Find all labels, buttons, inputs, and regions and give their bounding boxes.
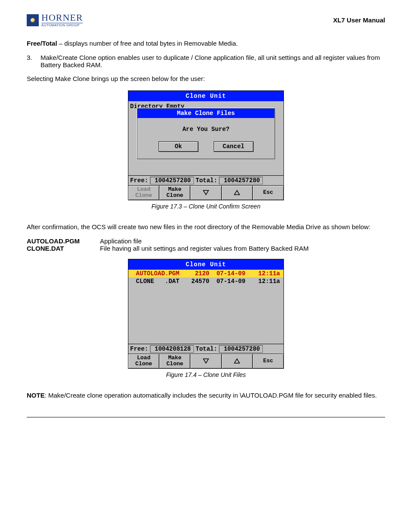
page-header: HORNER AUTOMATION GROUP XL7 User Manual	[27, 13, 385, 27]
autoload-pgm-name: AUTOLOAD.PGM	[27, 237, 83, 245]
ok-button[interactable]: Ok	[159, 141, 198, 152]
note-label: NOTE	[27, 392, 45, 399]
screen-titlebar: Clone Unit	[128, 259, 283, 270]
autoload-pgm-desc: Application file	[100, 237, 308, 245]
free-total-paragraph: Free/Total – displays number of free and…	[27, 39, 385, 48]
clone-dat-name: CLONE.DAT	[27, 245, 83, 252]
clone-dat-desc: File having all unit settings and regist…	[100, 245, 308, 252]
status-bar: Free: 1004208128 Total: 1004257280	[128, 344, 283, 354]
screen-titlebar: Clone Unit	[128, 91, 283, 101]
figure-17-4: Clone Unit AUTOLOAD.PGM 2120 07-14-09 12…	[27, 259, 385, 369]
free-total-label: Free/Total	[27, 40, 57, 47]
file-time: 12:11a	[250, 270, 282, 277]
free-label: Free:	[130, 177, 148, 184]
total-label: Total:	[196, 345, 217, 352]
file-desc-column: Application file File having all unit se…	[100, 237, 308, 252]
esc-button[interactable]: Esc	[253, 354, 283, 368]
down-arrow-button[interactable]	[190, 354, 221, 368]
logo-text: HORNER AUTOMATION GROUP	[41, 13, 83, 27]
file-descriptions: AUTOLOAD.PGM CLONE.DAT Application file …	[27, 237, 385, 252]
file-size: 24570	[185, 278, 212, 285]
clone-unit-confirm-screen: Clone Unit Directory Empty Make Clone Fi…	[128, 90, 284, 200]
svg-marker-0	[203, 190, 209, 195]
dialog-button-row: Ok Cancel	[142, 141, 270, 152]
select-make-clone-text: Selecting Make Clone brings up the scree…	[27, 75, 385, 83]
brand-tagline: AUTOMATION GROUP	[41, 23, 83, 27]
make-clone-button[interactable]: Make Clone	[159, 186, 190, 200]
free-value: 1004208128	[150, 345, 194, 353]
file-name: AUTOLOAD.PGM	[130, 270, 185, 277]
total-label: Total:	[196, 177, 217, 184]
figure-17-4-caption: Figure 17.4 – Clone Unit Files	[27, 371, 385, 378]
list-item-number: 3.	[27, 54, 33, 68]
load-clone-button[interactable]: Load Clone	[128, 354, 159, 368]
figure-17-3-caption: Figure 17.3 – Clone Unit Confirm Screen	[27, 203, 385, 210]
file-size: 2120	[185, 270, 212, 277]
after-confirmation-text: After confirmation, the OCS will create …	[27, 223, 385, 231]
svg-marker-1	[234, 190, 240, 195]
triangle-up-icon	[234, 190, 240, 196]
triangle-down-icon	[202, 358, 209, 364]
esc-button[interactable]: Esc	[253, 186, 283, 200]
file-name: CLONE .DAT	[130, 278, 185, 285]
free-label: Free:	[130, 345, 148, 352]
svg-marker-3	[234, 359, 240, 363]
load-clone-button[interactable]: Load Clone	[128, 186, 159, 200]
file-date: 07-14-09	[212, 270, 250, 277]
file-row[interactable]: AUTOLOAD.PGM 2120 07-14-09 12:11a	[128, 270, 283, 277]
file-time: 12:11a	[250, 278, 282, 285]
svg-marker-2	[203, 359, 209, 363]
triangle-down-icon	[202, 190, 209, 196]
document-title: XL7 User Manual	[333, 16, 385, 24]
down-arrow-button[interactable]	[190, 186, 221, 200]
make-clone-button[interactable]: Make Clone	[159, 354, 190, 368]
dialog-title: Make Clone Files	[137, 109, 274, 118]
status-bar: Free: 1004257280 Total: 1004257280	[128, 175, 283, 185]
make-clone-dialog: Make Clone Files Are You Sure? Ok Cancel	[137, 108, 275, 159]
up-arrow-button[interactable]	[222, 354, 253, 368]
note-paragraph: NOTE: Make/Create clone operation automa…	[27, 391, 385, 400]
dialog-prompt: Are You Sure?	[142, 126, 270, 133]
file-names-column: AUTOLOAD.PGM CLONE.DAT	[27, 237, 83, 252]
page: HORNER AUTOMATION GROUP XL7 User Manual …	[0, 0, 411, 438]
free-value: 1004257280	[150, 177, 194, 184]
file-row[interactable]: CLONE .DAT 24570 07-14-09 12:11a	[128, 277, 283, 285]
free-total-desc: – displays number of free and total byte…	[57, 40, 238, 47]
page-footer-rule	[27, 417, 385, 417]
total-value: 1004257280	[219, 177, 263, 184]
dialog-body: Are You Sure? Ok Cancel	[137, 118, 274, 159]
file-list: AUTOLOAD.PGM 2120 07-14-09 12:11a CLONE …	[128, 270, 283, 344]
cancel-button[interactable]: Cancel	[214, 141, 253, 152]
brand-logo: HORNER AUTOMATION GROUP	[27, 13, 83, 27]
footer-button-bar: Load Clone Make Clone Esc	[128, 185, 283, 200]
footer-button-bar: Load Clone Make Clone Esc	[128, 354, 283, 368]
logo-icon	[27, 14, 39, 26]
note-text: : Make/Create clone operation automatica…	[45, 392, 377, 399]
list-item-text: Make/Create Clone option enables user to…	[40, 54, 385, 68]
file-date: 07-14-09	[212, 278, 250, 285]
list-item-3: 3. Make/Create Clone option enables user…	[27, 54, 385, 68]
brand-name: HORNER	[41, 13, 83, 22]
up-arrow-button[interactable]	[222, 186, 253, 200]
screen-body: Directory Empty Make Clone Files Are You…	[128, 101, 283, 175]
clone-unit-files-screen: Clone Unit AUTOLOAD.PGM 2120 07-14-09 12…	[128, 259, 284, 369]
triangle-up-icon	[234, 358, 240, 364]
total-value: 1004257280	[219, 345, 263, 353]
figure-17-3: Clone Unit Directory Empty Make Clone Fi…	[27, 90, 385, 200]
